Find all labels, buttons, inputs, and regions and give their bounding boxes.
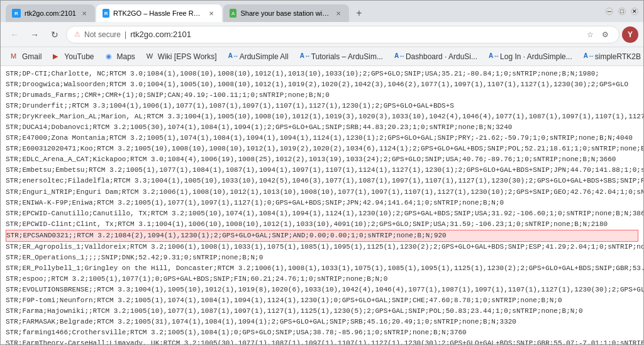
bookmark-dashboard-label: Dashboard · ArduSi... [406, 52, 477, 61]
content-line: STR;ER_Pollybell_1;Gringley on the Hill,… [6, 263, 638, 274]
bookmark-simplertk2b[interactable]: A↔ simpleRTK2B receiv... [579, 50, 643, 64]
content-line: STR;EVOLUTIONSBRENSE;;RTCM 3.3;1004(1),1… [6, 285, 638, 295]
bookmark-wiki-label: Wiki [EPS Works] [158, 52, 217, 61]
profile-button[interactable]: Y [622, 26, 638, 43]
wiki-icon: W [147, 52, 155, 61]
maximize-button[interactable]: □ [618, 8, 626, 15]
tab-3-title: Share your base station with RTK... [240, 9, 330, 17]
youtube-icon: ▶ [53, 52, 62, 61]
content-line: STR;FarmTheory-CarseHall;Limavady, UK;RT… [6, 338, 638, 344]
browser-window: R rtk2go.com:2101 ✕ R RTK2GO – Hassle Fr… [0, 0, 644, 345]
minimize-button[interactable]: ─ [606, 8, 613, 15]
content-line: STR;EPCSAND0321;;RTCM 3.2;1084(2),1094(1… [6, 230, 638, 242]
tab-2-favicon: R [103, 9, 109, 18]
bookmark-tutorials[interactable]: A↔ Tutorials – ArduSim... [295, 50, 388, 64]
tab-2[interactable]: R RTK2GO – Hassle Free RTK NTRI... ✕ [96, 4, 222, 22]
bookmark-login[interactable]: A↔ Log In · ArduSimple... [484, 50, 577, 64]
bookmark-maps-label: Maps [117, 52, 135, 61]
content-line: STR;DUCA14;Dobanovci;RTCM 3.2;1005(30),1… [6, 122, 638, 133]
title-bar: R rtk2go.com:2101 ✕ R RTK2GO – Hassle Fr… [1, 1, 643, 22]
content-line: STR;DryKreek_Marion_AL;Marion, AL;RTCM 3… [6, 111, 638, 122]
content-line: STR;Embetsu;Embetsu;RTCM 3.2;1005(1),107… [6, 165, 638, 176]
tab-1-title: rtk2go.com:2101 [25, 9, 76, 17]
content-line: STR;E47000;Zona Montania;RTCM 3.2;1005(1… [6, 133, 638, 144]
bookmark-tutorials-label: Tutorials – ArduSim... [311, 52, 383, 61]
bookmark-maps[interactable]: ◉ Maps [101, 50, 140, 64]
tab-bar: R rtk2go.com:2101 ✕ R RTK2GO – Hassle Fr… [6, 1, 601, 22]
bookmarks-bar: M Gmail ▶ YouTube ◉ Maps W Wiki [EPS Wor… [1, 47, 643, 66]
tab-3-favicon: A [230, 9, 237, 18]
content-line: STR;espoo;;RTCM 3.2;1005(1),1077(1);0;GP… [6, 274, 638, 285]
address-text: rtk2go.com:2101 [130, 30, 580, 39]
bookmark-youtube[interactable]: ▶ YouTube [48, 50, 99, 64]
content-line: STR;ER_Operations_1;;;;SNIP;DNK;52.42;9.… [6, 252, 638, 263]
content-line: STR;Droogwica;Walsoorden;RTCM 3.0;1004(1… [6, 79, 638, 90]
ardusimple-icon: A↔ [228, 52, 237, 61]
refresh-button[interactable]: ↻ [46, 26, 64, 43]
bookmark-dashboard[interactable]: A↔ Dashboard · ArduSi... [389, 50, 482, 64]
address-actions: ☆ ⚙ [584, 28, 611, 41]
content-line: STR;farming1466;Crothersville;RTCM 3.2;1… [6, 327, 638, 338]
login-icon: A↔ [489, 52, 497, 61]
content-line: STR;EDLC_Arena_A_CAT;Kickapoo;RTCM 3.0;1… [6, 154, 638, 165]
bookmark-simplertk2b-label: simpleRTK2B receiv... [595, 52, 643, 61]
content-line: STR;Drunderfit;;RTCM 3.3;1004(1),1006(1)… [6, 101, 638, 111]
content-line: STR;Drumads_Farms;;CMR+;CMR+(1);0;SNIP;C… [6, 90, 638, 101]
bookmark-gmail[interactable]: M Gmail [6, 50, 47, 64]
new-tab-button[interactable]: + [350, 4, 368, 22]
content-line: STR;Enguri_NTRIP;Enguri Dam;RTCM 3.2;100… [6, 187, 638, 198]
tab-1-favicon: R [12, 9, 21, 18]
bookmark-gmail-label: Gmail [22, 52, 42, 61]
tab-1[interactable]: R rtk2go.com:2101 ✕ [6, 4, 95, 22]
tab-1-close[interactable]: ✕ [80, 9, 89, 18]
bookmark-ardusimple-label: ArduSimple All [240, 52, 289, 61]
extension-icon[interactable]: ⚙ [599, 28, 611, 41]
tab-2-close[interactable]: ✕ [207, 9, 216, 18]
content-line: STR;FARMASAK;Belgrade;RTCM 3.2;1005(31),… [6, 317, 638, 327]
tutorials-icon: A↔ [300, 52, 309, 61]
content-line: STR;DP-CTI;Charlotte, NC;RTCM 3.0;1084(1… [6, 69, 638, 79]
bookmark-youtube-label: YouTube [64, 52, 94, 61]
simplertk2b-icon: A↔ [584, 52, 592, 61]
nav-bar: ← → ↻ ⚠ Not secure | rtk2go.com:2101 ☆ ⚙… [1, 22, 643, 47]
gmail-icon: M [11, 52, 19, 61]
tab-3[interactable]: A Share your base station with RTK... ✕ [223, 4, 349, 22]
content-line: STR;enersoltec;Filadelfla;RTCM 3.3;1004(… [6, 176, 638, 186]
address-bar[interactable]: ⚠ Not secure | rtk2go.com:2101 ☆ ⚙ [66, 26, 619, 43]
bookmark-wiki[interactable]: W Wiki [EPS Works] [142, 50, 222, 64]
tab-3-close[interactable]: ✕ [334, 9, 343, 18]
security-icon: ⚠ [74, 30, 80, 38]
content-line: STR;ENIWA-K-F9P;Eniwa;RTCM 3.2;1005(1),1… [6, 198, 638, 208]
content-line: STR;E600312020471;Koo;RTCM 3.2;1005(10),… [6, 144, 638, 154]
address-separator: | [125, 30, 126, 39]
content-line: STR;EPCWID-Clint;Clint, Tx;RTCM 3.1;1004… [6, 219, 638, 230]
window-controls: ─ □ ✕ [606, 8, 638, 15]
dashboard-icon: A↔ [394, 52, 403, 61]
content-area[interactable]: STR;DP-CTI;Charlotte, NC;RTCM 3.0;1084(1… [1, 66, 643, 344]
content-line: STR;EPCWID-Canutillo;Canutillo, TX;RTCM … [6, 208, 638, 219]
bookmark-ardusimple[interactable]: A↔ ArduSimple All [223, 50, 294, 64]
content-line: STR;F9P-tomi;Neunforn;RTCM 3.2;1005(1),1… [6, 295, 638, 306]
close-button[interactable]: ✕ [631, 8, 638, 15]
maps-icon: ◉ [106, 52, 114, 61]
content-line: STR;ER_Agropolis_1;Valldoreix;RTCM 3.2;1… [6, 242, 638, 252]
bookmark-login-label: Log In · ArduSimple... [500, 52, 572, 61]
back-button[interactable]: ← [6, 26, 23, 43]
forward-button[interactable]: → [26, 26, 43, 43]
not-secure-label: Not secure [84, 30, 121, 39]
content-line: STR;Farma;Hajowniki;;RTCM 3.2;1005(10),1… [6, 306, 638, 317]
tab-2-title: RTK2GO – Hassle Free RTK NTRI... [113, 9, 203, 17]
bookmark-star-icon[interactable]: ☆ [584, 28, 596, 41]
